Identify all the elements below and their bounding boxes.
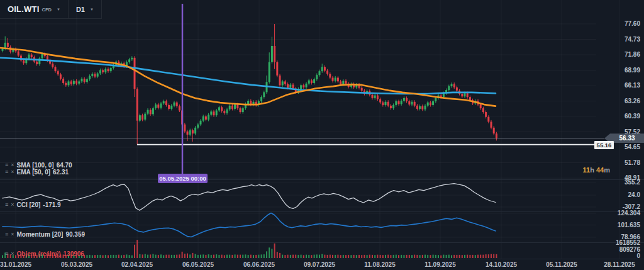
legend-volume: ≡ × Objem (reálný)130906	[5, 250, 84, 257]
price-tick: 51.78	[625, 159, 640, 166]
indicator-remove-icon[interactable]: ×	[11, 162, 14, 168]
event-date-label[interactable]: 05.05.2025 00:00	[158, 174, 208, 183]
ema-legend-text: EMA [50, 0]62.31	[17, 169, 69, 176]
price-tick: 60.39	[625, 113, 640, 120]
time-axis[interactable]: 31.01.202505.03.202502.04.202506.05.2025…	[0, 259, 644, 270]
price-axis[interactable]: 77.6074.7371.8668.9966.1363.2660.3957.52…	[596, 0, 644, 259]
legend-cci: ≡ × CCI [20]-171.9	[5, 201, 61, 208]
cci-tick: 24.0	[628, 191, 640, 198]
chart-canvas[interactable]	[0, 0, 644, 270]
cci-tick: 355.2	[625, 179, 640, 186]
momentum-tick: 124.304	[618, 210, 640, 217]
time-tick: 11.08.2025	[364, 261, 396, 268]
price-tick: 63.26	[625, 98, 640, 104]
time-tick: 31.01.2025	[0, 261, 31, 268]
momentum-legend-text: Momentum [20]90.359	[17, 231, 86, 238]
chevron-down-icon: ▼	[57, 8, 60, 11]
indicator-settings-icon[interactable]: ≡	[5, 251, 8, 257]
timeframe-label: D1	[76, 6, 85, 13]
indicator-remove-icon[interactable]: ×	[11, 251, 14, 257]
price-tick: 74.73	[625, 36, 640, 43]
time-tick: 28.11.2025	[604, 261, 635, 268]
time-tick: 06.06.2025	[243, 261, 275, 268]
legend-ema: ≡ × EMA [50, 0]62.31	[5, 169, 69, 176]
cci-legend-text: CCI [20]-171.9	[17, 201, 61, 208]
time-tick: 02.04.2025	[121, 261, 153, 268]
indicator-settings-icon[interactable]: ≡	[5, 169, 8, 175]
candle-countdown: 11h 44m	[583, 166, 610, 174]
time-tick: 05.11.2025	[546, 261, 577, 268]
time-tick: 14.10.2025	[486, 261, 517, 268]
indicator-settings-icon[interactable]: ≡	[5, 202, 8, 208]
instrument-type-label: CFD	[42, 7, 52, 13]
time-tick: 06.05.2025	[182, 261, 214, 268]
trading-chart-widget: OIL.WTI CFD ▼ D1 ▼ ≡ × SMA [100, 0]64.70…	[0, 0, 644, 270]
price-tick: 71.86	[625, 51, 640, 58]
price-tick: 54.65	[625, 143, 640, 150]
volume-tick: 1618552	[616, 239, 640, 246]
level-price-badge: 55.16	[594, 141, 614, 149]
price-tick: 68.99	[625, 67, 640, 74]
time-tick: 11.09.2025	[425, 261, 456, 268]
indicator-remove-icon[interactable]: ×	[11, 169, 14, 175]
momentum-tick: 101.635	[618, 222, 640, 228]
indicator-remove-icon[interactable]: ×	[11, 232, 14, 237]
timeframe-selector[interactable]: D1 ▼	[69, 0, 102, 19]
chart-header: OIL.WTI CFD ▼ D1 ▼	[0, 0, 102, 19]
time-tick: 05.03.2025	[61, 261, 92, 268]
indicator-settings-icon[interactable]: ≡	[5, 162, 8, 168]
price-tick: 66.13	[625, 82, 640, 89]
price-tick: 77.60	[625, 20, 640, 27]
sma-legend-text: SMA [100, 0]64.70	[17, 162, 72, 169]
indicator-remove-icon[interactable]: ×	[11, 202, 14, 208]
time-tick: 09.07.2025	[304, 261, 335, 268]
chevron-down-icon: ▼	[90, 8, 94, 11]
indicator-settings-icon[interactable]: ≡	[5, 232, 8, 237]
volume-legend-text: Objem (reálný)130906	[17, 250, 84, 257]
instrument-symbol: OIL.WTI	[8, 4, 40, 14]
instrument-selector[interactable]: OIL.WTI CFD ▼	[0, 0, 69, 19]
legend-momentum: ≡ × Momentum [20]90.359	[5, 231, 85, 238]
legend-sma: ≡ × SMA [100, 0]64.70	[5, 162, 72, 169]
